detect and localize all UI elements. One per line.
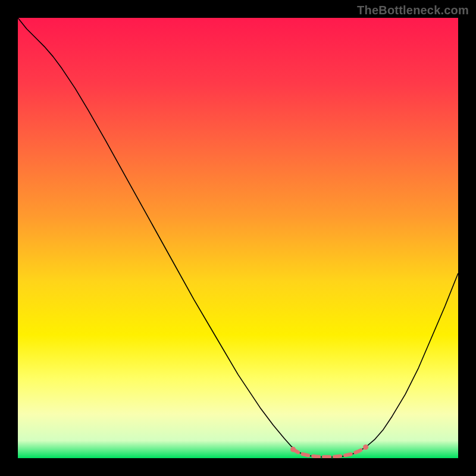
highlight-dot <box>290 447 296 452</box>
chart-container: TheBottleneck.com <box>0 0 476 476</box>
chart-svg <box>18 18 458 458</box>
watermark-text: TheBottleneck.com <box>357 4 469 17</box>
highlight-dot <box>363 444 368 450</box>
plot-area <box>18 18 458 458</box>
gradient-background <box>18 18 458 458</box>
